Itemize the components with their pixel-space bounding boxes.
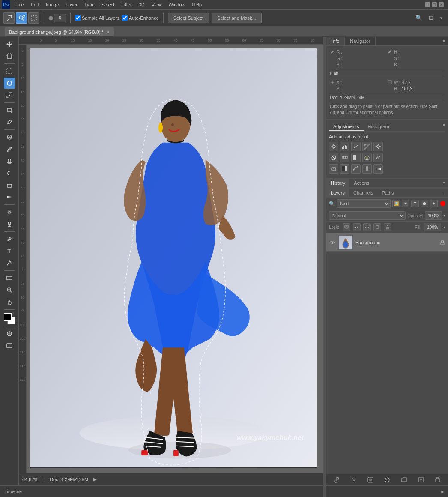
tab-history[interactable]: History [326,179,349,187]
brush-tool[interactable] [4,144,15,155]
menu-file[interactable]: File [13,1,27,8]
filter-pixel-icon[interactable]: 🖼️ [392,200,400,207]
pen-tool[interactable] [4,234,15,245]
select-subject-button[interactable]: Select Subject [168,13,209,23]
crop-tool[interactable] [4,105,15,116]
lasso-tool[interactable] [4,78,15,89]
status-expand-icon[interactable]: ▶ [93,477,97,482]
bw-icon[interactable] [351,153,361,162]
layer-effects-button[interactable]: fx [349,476,358,484]
link-layers-button[interactable] [332,476,341,484]
foreground-color-box[interactable] [4,313,12,321]
menu-select[interactable]: Select [98,1,118,8]
close-button[interactable]: ✕ [439,2,444,7]
lock-all-icon[interactable] [384,223,391,231]
path-selection-tool[interactable] [4,257,15,269]
lock-position-icon[interactable] [363,223,371,231]
tab-navigator[interactable]: Navigator [345,37,376,45]
tab-actions[interactable]: Actions [349,179,373,187]
create-layer-button[interactable] [417,476,425,484]
brightness-icon[interactable] [329,142,338,151]
auto-enhance-checkbox[interactable] [122,15,128,21]
threshold-icon[interactable] [362,164,372,174]
curves-icon[interactable] [351,142,361,151]
opacity-dropdown-icon[interactable]: ▾ [444,214,445,218]
channelmixer-icon[interactable] [373,153,383,162]
restore-button[interactable]: □ [432,2,437,7]
vibrance-icon[interactable] [373,142,383,151]
levels-icon[interactable] [340,142,349,151]
colorbalance-icon[interactable] [340,153,349,162]
menu-3d[interactable]: 3D [135,1,148,8]
workspace-dropdown[interactable]: ▾ [438,13,445,23]
quick-mask-tool[interactable] [4,328,15,339]
filter-text-icon[interactable]: T [411,200,419,207]
posterize-icon[interactable] [351,164,361,174]
sample-layers-label[interactable]: Sample All Layers [75,15,119,21]
brush-size-input[interactable]: 6 [54,14,66,22]
adj-panel-menu-icon[interactable]: ≡ [443,123,445,131]
object-selection-tool[interactable] [28,12,39,24]
select-mask-button[interactable]: Select and Mask... [212,13,262,23]
menu-edit[interactable]: Edit [27,1,42,8]
document-tab[interactable]: Background change.jpeg @ 64,9% (RGB/8) *… [4,27,114,36]
layers-kind-select[interactable]: Kind [337,199,391,208]
create-group-button[interactable] [400,476,408,484]
hsl-icon[interactable] [329,153,338,162]
menu-layer[interactable]: Layer [62,1,81,8]
tab-adjustments[interactable]: Adjustments [329,123,364,131]
search-icon[interactable]: 🔍 [414,13,424,23]
layer-visibility-icon[interactable]: 👁 [329,239,336,246]
minimize-button[interactable]: ─ [425,2,430,7]
menu-image[interactable]: Image [42,1,63,8]
filter-smart-icon[interactable]: ✦ [430,200,438,207]
layers-panel-menu-icon[interactable]: ≡ [440,189,448,197]
filter-adjust-icon[interactable]: ☀ [402,200,409,207]
dodge-tool[interactable] [4,219,15,230]
sample-layers-checkbox[interactable] [75,15,81,21]
fill-input[interactable]: 100% [424,223,441,231]
lock-transparent-icon[interactable] [343,223,350,231]
opacity-input[interactable]: 100% [425,211,442,220]
colorlookup-icon[interactable] [329,164,338,174]
add-adjustment-button[interactable] [383,476,391,484]
workspace-switcher[interactable]: ⊞ [426,13,436,23]
tab-layers[interactable]: Layers [326,189,349,197]
color-boxes[interactable] [4,313,15,324]
artboard-tool[interactable] [4,51,15,62]
tab-info[interactable]: Info [326,37,345,45]
eyedropper-tool[interactable] [4,117,15,128]
delete-layer-button[interactable] [433,476,442,484]
rectangle-shape-tool[interactable] [4,272,15,284]
fill-dropdown-icon[interactable]: ▾ [444,225,445,229]
history-menu-icon[interactable]: ≡ [440,179,448,187]
blur-tool[interactable] [4,207,15,218]
screen-mode-tool[interactable] [4,340,15,351]
menu-type[interactable]: Type [81,1,98,8]
timeline-menu-icon[interactable]: ≡ [441,489,444,494]
quick-selection-tool[interactable] [16,12,27,24]
move-tool[interactable] [4,39,15,50]
history-brush-tool[interactable] [4,168,15,179]
info-panel-menu[interactable]: ≡ [440,37,448,45]
object-selection-tool-left[interactable] [4,90,15,101]
rectangular-marquee-tool[interactable] [4,66,15,77]
lock-artboard-icon[interactable] [373,223,381,231]
menu-window[interactable]: Window [165,1,188,8]
hand-tool[interactable] [4,296,15,308]
filter-shape-icon[interactable]: ⬟ [421,200,428,207]
lock-pixels-icon[interactable] [353,223,361,231]
stamp-tool[interactable] [4,156,15,167]
text-tool[interactable]: T [4,246,15,257]
auto-enhance-label[interactable]: Auto-Enhance [122,15,159,21]
layer-mode-select[interactable]: Normal [329,211,406,220]
add-mask-button[interactable] [366,476,375,484]
invert-icon[interactable] [340,164,349,174]
menu-view[interactable]: View [148,1,165,8]
close-tab-icon[interactable]: ✕ [106,30,110,34]
photofilter-icon[interactable] [362,153,372,162]
gradient-map-icon[interactable] [373,164,383,174]
magic-wand-tool[interactable] [3,12,15,24]
menu-filter[interactable]: Filter [118,1,135,8]
tab-histogram[interactable]: Histogram [364,123,394,131]
